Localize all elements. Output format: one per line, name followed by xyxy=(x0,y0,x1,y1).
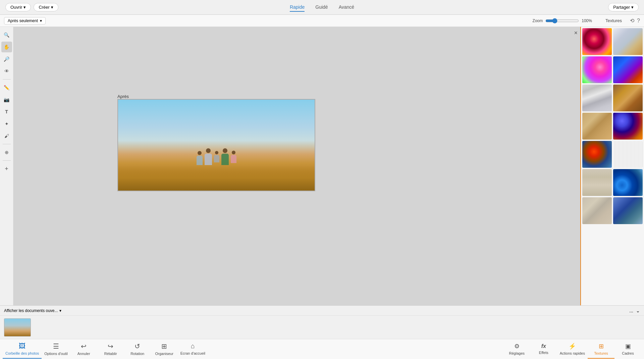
effets-tool[interactable]: fx Effets xyxy=(530,340,557,359)
actions-rapides-tool[interactable]: ⚡ Actions rapides xyxy=(557,340,588,359)
create-button[interactable]: Créer ▾ xyxy=(34,3,58,11)
text-tool-btn[interactable]: T xyxy=(1,106,12,117)
top-nav-right: Partager ▾ xyxy=(608,3,639,11)
text-icon: T xyxy=(5,109,8,114)
rotation-tool[interactable]: ↺ Rotation xyxy=(124,340,151,359)
ecran-accueil-tool[interactable]: ⌂ Ecran d'accueil xyxy=(178,340,208,359)
filmstrip-more: ... ⌄ xyxy=(629,308,640,313)
texture-item-4[interactable] xyxy=(613,56,643,83)
texture-item-10[interactable] xyxy=(613,141,643,168)
tool-separator-3 xyxy=(3,160,11,161)
hand-tool-btn[interactable]: ✋ xyxy=(1,42,12,52)
filmstrip-header: Afficher les documents ouve... ▾ ... ⌄ xyxy=(0,306,644,316)
share-chevron: ▾ xyxy=(631,5,634,10)
texture-item-6[interactable] xyxy=(613,85,643,111)
photo-image xyxy=(118,100,315,191)
zoom-control: Zoom 100% xyxy=(533,18,592,23)
retablir-icon: ↪ xyxy=(108,342,113,350)
filmstrip-dropdown-chevron: ▾ xyxy=(59,308,61,313)
textures-tool[interactable]: ⊞ Textures xyxy=(588,340,614,359)
texture-item-12[interactable] xyxy=(613,169,643,196)
ecran-accueil-icon: ⌂ xyxy=(191,342,195,350)
texture-item-2[interactable] xyxy=(613,28,643,55)
annuler-icon: ↩ xyxy=(81,342,87,350)
annuler-tool[interactable]: ↩ Annuler xyxy=(70,340,97,359)
pen-tool-btn[interactable]: ✏️ xyxy=(1,82,12,93)
share-button[interactable]: Partager ▾ xyxy=(608,3,639,11)
filmstrip-thumb-1[interactable] xyxy=(4,318,31,337)
rotation-icon: ↺ xyxy=(135,342,140,350)
view-dropdown-label: Après seulement xyxy=(8,18,38,23)
view-dropdown-chevron: ▾ xyxy=(40,18,42,23)
zoom-value: 100% xyxy=(582,18,592,23)
cadres-icon: ▣ xyxy=(625,343,631,350)
view-dropdown[interactable]: Après seulement ▾ xyxy=(4,17,46,24)
texture-item-14[interactable] xyxy=(613,197,643,224)
reglages-tool[interactable]: ⚙ Réglages xyxy=(503,340,530,359)
right-texture-panel xyxy=(580,27,644,305)
zoom-slider[interactable] xyxy=(545,18,579,23)
texture-item-13[interactable] xyxy=(582,197,612,224)
retablir-label: Rétablir xyxy=(104,352,117,356)
filmstrip-body xyxy=(0,316,644,339)
top-nav-left: Ouvrir ▾ Créer ▾ xyxy=(5,3,58,11)
thumb-image-1 xyxy=(4,319,31,336)
person-3 xyxy=(214,151,219,162)
bottom-filmstrip: Afficher les documents ouve... ▾ ... ⌄ xyxy=(0,305,644,339)
filmstrip-dropdown[interactable]: Afficher les documents ouve... ▾ xyxy=(4,308,61,313)
organiseur-tool[interactable]: ⊞ Organiseur xyxy=(151,340,178,359)
open-chevron: ▾ xyxy=(23,5,26,10)
options-label: Options d'outil xyxy=(44,352,67,356)
textures-bottom-label: Textures xyxy=(594,351,608,355)
star-tool-btn[interactable]: ✦ xyxy=(1,118,12,129)
zoom-tool-btn[interactable]: 🔎 xyxy=(1,54,12,64)
close-button[interactable]: × xyxy=(574,30,578,37)
eye-icon: 👁 xyxy=(4,68,9,74)
search-tool-btn[interactable]: 🔍 xyxy=(1,30,12,40)
crop-icon: ⊕ xyxy=(5,150,9,155)
photo-frame xyxy=(117,99,315,191)
tab-rapide[interactable]: Rapide xyxy=(290,3,305,12)
corbeille-tool[interactable]: 🖼 Corbeille des photos xyxy=(3,340,42,359)
person-2 xyxy=(205,148,212,165)
bottom-toolbar: 🖼 Corbeille des photos ☰ Options d'outil… xyxy=(0,339,644,359)
cadres-tool[interactable]: ▣ Cadres xyxy=(614,340,641,359)
star-icon: ✦ xyxy=(5,121,9,126)
filmstrip-expand-btn[interactable]: ⌄ xyxy=(636,308,640,313)
open-button[interactable]: Ouvrir ▾ xyxy=(5,3,31,11)
texture-item-11[interactable] xyxy=(582,169,612,196)
add-tool-btn[interactable]: + xyxy=(1,163,12,174)
close-icon: × xyxy=(574,30,578,36)
panel-reset-icon[interactable]: ⟲ xyxy=(630,17,634,24)
panel-help-icon[interactable]: ? xyxy=(637,17,640,24)
texture-item-7[interactable] xyxy=(582,113,612,140)
after-label: Après xyxy=(117,94,129,99)
filmstrip-more-btn[interactable]: ... xyxy=(629,308,633,313)
crop-tool-btn[interactable]: ⊕ xyxy=(1,147,12,158)
bottom-toolbar-right: ⚙ Réglages fx Effets ⚡ Actions rapides ⊞… xyxy=(503,340,641,359)
filmstrip-dropdown-label: Afficher les documents ouve... xyxy=(4,308,58,313)
effets-label: Effets xyxy=(539,351,548,355)
nav-tabs: Rapide Guidé Avancé xyxy=(290,3,354,12)
main-area: 🔍 ✋ 🔎 👁 ✏️ 📷 T ✦ 🖌 ⊕ xyxy=(0,27,644,305)
textures-bottom-icon: ⊞ xyxy=(599,343,604,350)
texture-item-5[interactable] xyxy=(582,85,612,111)
texture-item-3[interactable] xyxy=(582,56,612,83)
hand-icon: ✋ xyxy=(4,44,9,50)
retablir-tool[interactable]: ↪ Rétablir xyxy=(97,340,124,359)
person-4 xyxy=(221,148,229,165)
texture-item-9[interactable] xyxy=(582,141,612,168)
tab-avance[interactable]: Avancé xyxy=(339,3,354,12)
left-toolbar: 🔍 ✋ 🔎 👁 ✏️ 📷 T ✦ 🖌 ⊕ xyxy=(0,27,13,305)
person-5 xyxy=(231,151,236,163)
eye-tool-btn[interactable]: 👁 xyxy=(1,66,12,76)
texture-item-8[interactable] xyxy=(613,113,643,140)
tab-guide[interactable]: Guidé xyxy=(315,3,328,12)
camera-tool-btn[interactable]: 📷 xyxy=(1,94,12,105)
paint-tool-btn[interactable]: 🖌 xyxy=(1,131,12,141)
texture-item-1[interactable] xyxy=(582,28,612,55)
add-icon: + xyxy=(5,165,8,172)
organiseur-icon: ⊞ xyxy=(161,342,167,350)
options-tool[interactable]: ☰ Options d'outil xyxy=(42,340,70,359)
actions-rapides-icon: ⚡ xyxy=(569,343,576,350)
